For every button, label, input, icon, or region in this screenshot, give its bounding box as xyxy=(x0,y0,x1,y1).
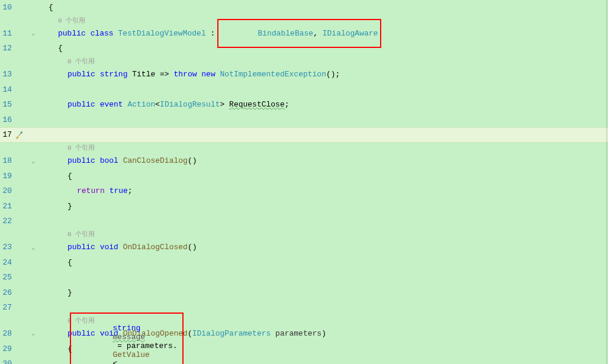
line-number: 16 xyxy=(0,115,13,124)
method-call: GetValue xyxy=(112,350,149,359)
keyword-public: public xyxy=(58,29,86,38)
code-line[interactable]: 21 } xyxy=(0,199,608,214)
keyword-void: void xyxy=(100,243,118,252)
codelens-line[interactable]: 0 个引用 xyxy=(0,229,608,240)
line-number: 21 xyxy=(0,202,13,211)
method-name: OnDialogClosed xyxy=(123,243,188,252)
parens: (); xyxy=(326,70,340,79)
code-line[interactable]: 15 public event Action < IDialogResult >… xyxy=(0,97,608,112)
keyword-throw: throw xyxy=(173,70,197,79)
codelens-references[interactable]: 0 个引用 xyxy=(49,57,95,66)
keyword-public: public xyxy=(67,156,95,165)
type-action: Action xyxy=(127,100,155,109)
brace: { xyxy=(49,44,63,53)
code-line[interactable]: 22 xyxy=(0,214,608,229)
line-number: 26 xyxy=(0,288,13,297)
codelens-line[interactable]: 0 个引用 xyxy=(0,56,608,67)
quick-actions-icon[interactable] xyxy=(13,131,25,139)
keyword-new: new xyxy=(201,70,215,79)
line-number: 29 xyxy=(0,344,13,353)
collapse-icon[interactable]: ⌄ xyxy=(28,157,38,165)
keyword-class: class xyxy=(91,29,114,38)
type-idialogresult: IDialogResult xyxy=(160,100,220,109)
line-number: 13 xyxy=(0,70,13,79)
line-number: 28 xyxy=(0,329,13,338)
line-number: 17 xyxy=(0,130,13,139)
brace: { xyxy=(49,3,53,12)
line-number: 25 xyxy=(0,273,13,282)
interface-name: IDialogAware xyxy=(323,29,378,38)
code-line[interactable]: 23 ⌄ public void OnDialogClosed () xyxy=(0,240,608,255)
brace: { xyxy=(49,172,72,181)
assign: = parameters. xyxy=(112,342,177,350)
line-number: 19 xyxy=(0,172,13,181)
highlight-box: string message = parameters. GetValue < … xyxy=(70,313,184,364)
code-line-current[interactable]: 17 xyxy=(0,127,608,143)
line-number: 27 xyxy=(0,303,13,312)
line-number: 30 xyxy=(0,359,13,364)
code-line[interactable]: 10 { xyxy=(0,0,608,15)
code-editor[interactable]: 10 { 0 个引用 11 ⌄ public class TestDialogV… xyxy=(0,0,608,364)
line-number: 20 xyxy=(0,186,13,195)
parens: () xyxy=(188,243,197,252)
keyword-public: public xyxy=(67,243,95,252)
keyword-event: event xyxy=(100,100,123,109)
codelens-line[interactable]: 0 个引用 xyxy=(0,143,608,153)
code-line[interactable]: 11 ⌄ public class TestDialogViewModel : … xyxy=(0,26,608,41)
code-line[interactable]: 18 ⌄ public bool CanCloseDialog () xyxy=(0,153,608,169)
base-class: BindableBase xyxy=(258,29,314,38)
gt: > xyxy=(220,100,230,109)
keyword-true: true xyxy=(110,186,128,195)
keyword-return: return xyxy=(77,186,105,195)
brace: { xyxy=(49,258,72,267)
code-line[interactable]: 13 public string Title => throw new NotI… xyxy=(0,67,608,82)
line-number: 11 xyxy=(0,29,13,38)
code-line[interactable]: 25 xyxy=(0,270,608,285)
code-line[interactable]: 26 } xyxy=(0,285,608,301)
variable-name: message xyxy=(112,333,145,342)
method-name: CanCloseDialog xyxy=(123,156,188,165)
keyword-public: public xyxy=(67,70,95,79)
code-line[interactable]: 19 { xyxy=(0,168,608,183)
comma: , xyxy=(313,29,323,38)
parens: () xyxy=(188,156,197,165)
event-name: RequestClose xyxy=(229,100,285,109)
collapse-icon[interactable]: ⌄ xyxy=(28,244,38,251)
semi: ; xyxy=(128,186,133,195)
keyword-string: string xyxy=(100,70,128,79)
lt: < xyxy=(112,359,117,364)
code-line[interactable]: 14 xyxy=(0,82,608,97)
code-line[interactable]: 12 { xyxy=(0,41,608,56)
line-number: 22 xyxy=(0,217,13,226)
collapse-icon[interactable]: ⌄ xyxy=(28,330,38,337)
code-line[interactable]: 20 return true ; xyxy=(0,183,608,199)
brace: } xyxy=(49,288,72,297)
line-number: 24 xyxy=(0,258,13,267)
lt: < xyxy=(155,100,160,109)
arrow: => xyxy=(155,70,173,79)
semi: ; xyxy=(285,100,289,109)
keyword-string: string xyxy=(112,324,140,333)
svg-point-0 xyxy=(21,131,23,134)
line-number: 12 xyxy=(0,44,13,53)
line-number: 10 xyxy=(0,3,13,12)
code-line[interactable]: 24 { xyxy=(0,255,608,270)
codelens-references[interactable]: 0 个引用 xyxy=(49,143,95,152)
collapse-icon[interactable]: ⌄ xyxy=(28,30,38,37)
code-line[interactable]: 16 xyxy=(0,112,608,128)
class-name: TestDialogViewModel xyxy=(118,29,205,38)
line-number: 23 xyxy=(0,243,13,252)
code-line[interactable]: 30 string message = parameters. GetValue… xyxy=(0,356,608,364)
exception-type: NotImplementedException xyxy=(220,70,326,79)
line-number: 15 xyxy=(0,100,13,109)
line-number: 14 xyxy=(0,85,13,94)
keyword-public: public xyxy=(67,100,95,109)
keyword-bool: bool xyxy=(100,156,118,165)
brace: } xyxy=(49,202,72,211)
codelens-references[interactable]: 0 个引用 xyxy=(49,230,95,239)
property-name: Title xyxy=(132,70,155,79)
line-number: 18 xyxy=(0,156,13,165)
